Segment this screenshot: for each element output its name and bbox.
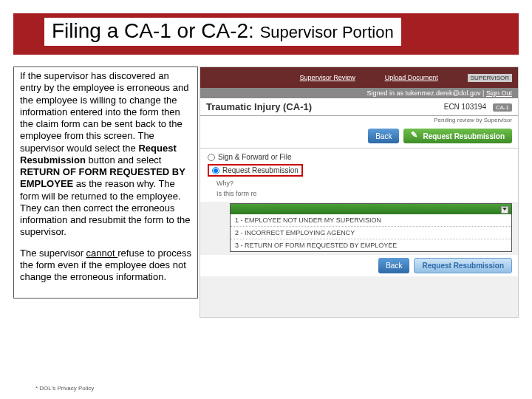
request-resubmission-label: Request Resubmission xyxy=(423,132,505,140)
radio-request-resubmission[interactable] xyxy=(212,167,219,174)
option-sign-forward-label: Sign & Forward or File xyxy=(218,153,291,161)
dropdown-item-2[interactable]: 2 - INCORRECT EMPLOYING AGENCY xyxy=(231,227,511,239)
ca1-badge: CA-1 xyxy=(493,103,512,112)
ecn-group: ECN 103194 CA-1 xyxy=(444,103,512,111)
paragraph-1: If the supervisor has discovered an entr… xyxy=(20,70,191,239)
p2-underline: cannot xyxy=(86,248,118,259)
chevron-down-icon xyxy=(502,208,507,211)
radio-sign-forward[interactable] xyxy=(208,154,215,161)
form-title: Traumatic Injury (CA-1) xyxy=(206,101,312,112)
dropdown-item-1[interactable]: 1 - EMPLOYEE NOT UNDER MY SUPERVISION xyxy=(231,214,511,227)
pending-status: Pending review by Supervisor xyxy=(200,116,518,124)
back-button-bottom[interactable]: Back xyxy=(378,258,409,273)
why-label: Why? xyxy=(208,178,511,188)
p1-mid: button and select xyxy=(88,154,161,166)
signin-text: Signed in as tukenmez.derek@dol.gov | xyxy=(366,89,486,97)
bottom-button-row: Back Request Resubmission xyxy=(200,255,518,276)
title-main: Filing a CA-1 or CA-2: xyxy=(52,19,260,42)
radio-options: Sign & Forward or File Request Resubmiss… xyxy=(200,148,518,202)
nav-upload-document[interactable]: Upload Document xyxy=(385,74,438,81)
reason-dropdown[interactable]: 1 - EMPLOYEE NOT UNDER MY SUPERVISION 2 … xyxy=(230,203,512,252)
role-badge: SUPERVISOR xyxy=(468,74,512,82)
explanation-panel: If the supervisor has discovered an entr… xyxy=(13,66,198,299)
privacy-link[interactable]: * DOL's Privacy Policy xyxy=(35,385,94,392)
form-header: Traumatic Injury (CA-1) ECN 103194 CA-1 xyxy=(200,98,518,116)
highlight-box: Request Resubmission xyxy=(208,164,303,177)
signout-link[interactable]: Sign Out xyxy=(486,89,512,97)
nav-supervisor-review[interactable]: Supervisor Review xyxy=(300,74,355,81)
request-resubmission-button[interactable]: Request Resubmission xyxy=(403,129,512,143)
option-request-resubmission[interactable]: Request Resubmission xyxy=(208,163,511,178)
slide-title: Filing a CA-1 or CA-2: Supervisor Portio… xyxy=(44,18,401,46)
ecn-label: ECN 103194 xyxy=(444,103,486,111)
pencil-icon xyxy=(411,132,420,140)
is-form-label: Is this form re xyxy=(208,188,511,199)
app-screenshot: Supervisor Review Upload Document SUPERV… xyxy=(200,66,519,318)
option-sign-forward[interactable]: Sign & Forward or File xyxy=(208,151,511,163)
dropdown-header[interactable] xyxy=(231,204,511,214)
top-nav: Supervisor Review Upload Document SUPERV… xyxy=(200,67,518,88)
title-sub: Supervisor Portion xyxy=(260,23,394,41)
p1-pre: If the supervisor has discovered an entr… xyxy=(20,70,188,154)
action-button-row: Back Request Resubmission xyxy=(200,124,518,148)
signin-row: Signed in as tukenmez.derek@dol.gov | Si… xyxy=(200,88,518,98)
option-request-resubmission-label: Request Resubmission xyxy=(222,166,299,174)
request-resubmission-button-bottom[interactable]: Request Resubmission xyxy=(414,258,512,273)
p2-pre: The supervisor xyxy=(20,248,86,259)
dropdown-item-3[interactable]: 3 - RETURN OF FORM REQUESTED BY EMPLOYEE xyxy=(231,239,511,251)
back-button[interactable]: Back xyxy=(368,129,399,143)
paragraph-2: The supervisor cannot refuse to process … xyxy=(20,248,191,284)
